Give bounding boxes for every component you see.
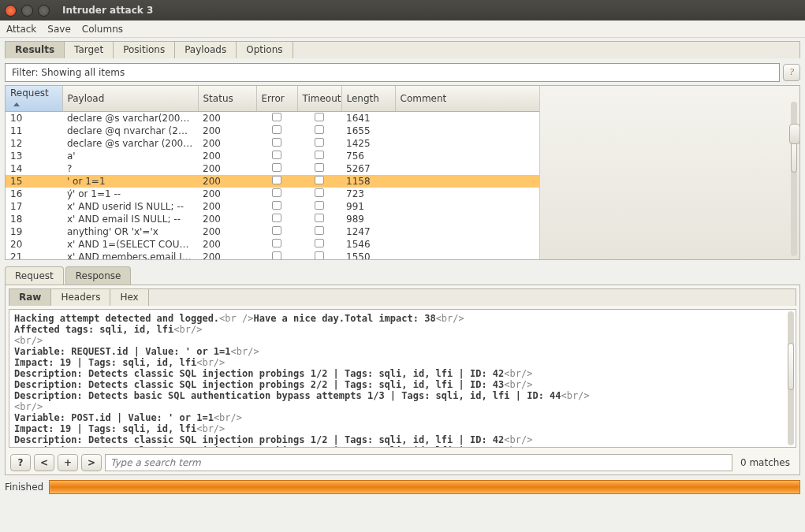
- maximize-icon[interactable]: [38, 5, 50, 17]
- checkbox-icon: [315, 125, 324, 134]
- raw-scrollbar[interactable]: [788, 311, 794, 445]
- table-row[interactable]: 10declare @s varchar(200) s...2001641: [6, 112, 539, 125]
- window-titlebar: Intruder attack 3: [0, 0, 805, 20]
- menu-save[interactable]: Save: [47, 24, 70, 35]
- checkbox-icon: [272, 138, 281, 147]
- checkbox-icon: [272, 226, 281, 235]
- progress-bar: [49, 480, 800, 494]
- column-request[interactable]: Request: [6, 86, 62, 112]
- close-icon[interactable]: [5, 5, 17, 17]
- tab-request[interactable]: Request: [5, 266, 64, 285]
- checkbox-icon: [315, 239, 324, 247]
- search-input[interactable]: [105, 454, 732, 471]
- menu-bar: Attack Save Columns: [0, 20, 805, 38]
- right-spacer: [539, 86, 799, 259]
- req-resp-tabs: Request Response: [5, 266, 800, 285]
- checkbox-icon: [272, 163, 281, 172]
- menu-attack[interactable]: Attack: [6, 24, 36, 35]
- table-row[interactable]: 14?2005267: [6, 162, 539, 175]
- checkbox-icon: [272, 176, 281, 184]
- window-title: Intruder attack 3: [62, 5, 153, 16]
- tab-headers[interactable]: Headers: [51, 289, 110, 306]
- tab-results[interactable]: Results: [6, 42, 65, 58]
- status-label: Finished: [5, 482, 49, 493]
- filter-box[interactable]: Filter: Showing all items: [5, 63, 780, 82]
- search-next-button[interactable]: >: [81, 454, 102, 471]
- column-status[interactable]: Status: [198, 86, 256, 112]
- table-row[interactable]: 19anything' OR 'x'='x2001247: [6, 225, 539, 238]
- checkbox-icon: [272, 251, 281, 259]
- tab-payloads[interactable]: Payloads: [175, 42, 237, 58]
- checkbox-icon: [315, 151, 324, 159]
- column-error[interactable]: Error: [256, 86, 297, 112]
- tab-response[interactable]: Response: [65, 266, 132, 285]
- tab-target[interactable]: Target: [65, 42, 114, 58]
- tab-hex[interactable]: Hex: [110, 289, 148, 306]
- checkbox-icon: [272, 239, 281, 247]
- table-row[interactable]: 11declare @q nvarchar (200)...2001655: [6, 125, 539, 137]
- minimize-icon[interactable]: [21, 5, 33, 17]
- checkbox-icon: [315, 214, 324, 222]
- checkbox-icon: [272, 188, 281, 197]
- column-length[interactable]: Length: [341, 86, 395, 112]
- checkbox-icon: [315, 113, 324, 121]
- tab-options[interactable]: Options: [237, 42, 293, 58]
- checkbox-icon: [272, 201, 281, 210]
- sort-asc-icon: [13, 102, 20, 106]
- table-row[interactable]: 18x' AND email IS NULL; --200989: [6, 213, 539, 225]
- checkbox-icon: [272, 151, 281, 159]
- main-tabs: Results Target Positions Payloads Option…: [5, 41, 800, 58]
- raw-panel: Hacking attempt detected and logged.<br …: [9, 309, 796, 448]
- checkbox-icon: [315, 138, 324, 147]
- checkbox-icon: [272, 113, 281, 121]
- checkbox-icon: [315, 163, 324, 172]
- column-payload[interactable]: Payload: [62, 86, 198, 112]
- column-comment[interactable]: Comment: [395, 86, 539, 112]
- table-row[interactable]: 20x' AND 1=(SELECT COUNT(...2001546: [6, 238, 539, 251]
- match-count: 0 matches: [736, 457, 795, 468]
- results-grid: RequestPayloadStatusErrorTimeoutLengthCo…: [5, 85, 800, 260]
- response-body[interactable]: Hacking attempt detected and logged.<br …: [9, 310, 796, 448]
- table-row[interactable]: 12declare @s varchar (200) ...2001425: [6, 137, 539, 150]
- view-tabs: Raw Headers Hex: [9, 288, 796, 306]
- table-row[interactable]: 21x' AND members.email IS ...2001550: [6, 251, 539, 259]
- search-help-button[interactable]: ?: [10, 454, 31, 471]
- search-prev-button[interactable]: <: [34, 454, 54, 471]
- checkbox-icon: [272, 125, 281, 134]
- table-row[interactable]: 15' or 1=12001158: [6, 175, 539, 188]
- table-row[interactable]: 13a'200756: [6, 150, 539, 162]
- checkbox-icon: [315, 176, 324, 184]
- table-row[interactable]: 17x' AND userid IS NULL; --200991: [6, 200, 539, 213]
- checkbox-icon: [315, 188, 324, 197]
- checkbox-icon: [272, 214, 281, 222]
- checkbox-icon: [315, 251, 324, 259]
- tab-raw[interactable]: Raw: [9, 289, 51, 306]
- help-button[interactable]: ?: [783, 64, 800, 81]
- tab-positions[interactable]: Positions: [114, 42, 175, 58]
- column-timeout[interactable]: Timeout: [297, 86, 341, 112]
- checkbox-icon: [315, 226, 324, 235]
- checkbox-icon: [315, 201, 324, 210]
- table-row[interactable]: 16ý' or 1=1 --200723: [6, 188, 539, 200]
- search-add-button[interactable]: +: [58, 454, 78, 471]
- menu-columns[interactable]: Columns: [82, 24, 123, 35]
- splitter-knob[interactable]: [789, 124, 800, 144]
